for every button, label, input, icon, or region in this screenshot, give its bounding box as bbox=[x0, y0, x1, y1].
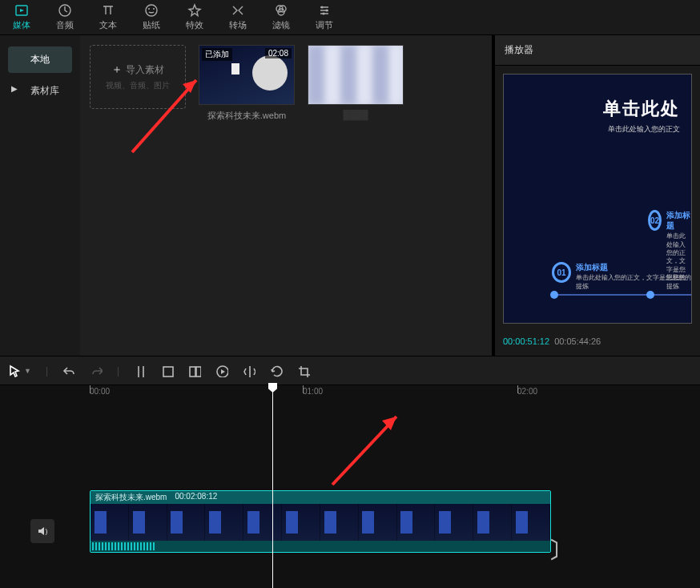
speaker-icon bbox=[37, 526, 48, 537]
pointer-tool-icon[interactable] bbox=[8, 364, 21, 377]
top-tab-bar: 媒体 音频 文本 贴纸 特效 转场 滤镜 调节 bbox=[0, 0, 700, 35]
player-panel: 播放器 单击此处 单击此处输入您的正文 01 添加标题单击此处输入您的正文，文字… bbox=[492, 35, 700, 356]
tab-filter-label: 滤镜 bbox=[272, 19, 290, 31]
filter-icon bbox=[274, 3, 288, 18]
chevron-right-icon: ▶ bbox=[11, 84, 18, 93]
player-time: 00:00:51:12 00:05:44:26 bbox=[495, 332, 700, 356]
ruler-mark-1: 01:00 bbox=[303, 387, 323, 396]
ruler-mark-0: 00:00 bbox=[90, 387, 110, 396]
astronaut-graphic bbox=[231, 63, 239, 75]
adjust-icon bbox=[317, 3, 332, 18]
svg-point-9 bbox=[326, 10, 328, 12]
tab-filter[interactable]: 滤镜 bbox=[259, 0, 303, 34]
sidebar-library[interactable]: ▶ 素材库 bbox=[8, 78, 72, 104]
tab-sticker[interactable]: 贴纸 bbox=[130, 0, 173, 34]
undo-icon[interactable] bbox=[62, 364, 75, 377]
transition-icon bbox=[231, 3, 245, 18]
badge-duration: 02:08 bbox=[265, 48, 292, 58]
preview-step-2-num: 02 bbox=[648, 210, 662, 231]
preview-step-2-body: 单击此处输入您的正文，文字是您思想的提炼 bbox=[666, 232, 686, 289]
svg-point-2 bbox=[146, 5, 157, 16]
tab-adjust-label: 调节 bbox=[316, 19, 333, 31]
preview-timeline-line bbox=[552, 294, 691, 296]
svg-rect-13 bbox=[196, 367, 201, 377]
crop-icon[interactable] bbox=[297, 364, 310, 377]
text-icon bbox=[101, 3, 115, 18]
preview-dot-2 bbox=[646, 291, 654, 299]
tab-effect[interactable]: 特效 bbox=[173, 0, 216, 34]
timeline-clip-dur: 00:02:08:12 bbox=[175, 492, 217, 503]
timeline-end-marker: 〕 bbox=[549, 535, 571, 566]
media-grid: ＋ 导入素材 视频、音频、图片 已添加 02:08 探索科技未来.webm ██… bbox=[80, 35, 492, 356]
moon-graphic bbox=[252, 55, 288, 91]
effect-icon bbox=[187, 3, 202, 18]
audio-icon bbox=[58, 3, 72, 18]
tab-adjust[interactable]: 调节 bbox=[303, 0, 346, 34]
tab-media-label: 媒体 bbox=[13, 19, 30, 31]
sidebar-local-label: 本地 bbox=[30, 54, 50, 65]
media-icon bbox=[14, 3, 29, 18]
timeline-clip[interactable]: 探索科技未来.webm 00:02:08:12 bbox=[90, 490, 551, 553]
timeline-toolbar: ▼ | | bbox=[0, 356, 700, 385]
tab-text[interactable]: 文本 bbox=[86, 0, 130, 34]
media-sidebar: 本地 ▶ 素材库 bbox=[0, 35, 80, 356]
import-button[interactable]: ＋ 导入素材 视频、音频、图片 bbox=[90, 45, 186, 109]
speed-icon[interactable] bbox=[215, 364, 228, 377]
preview-step-1-num: 01 bbox=[552, 262, 571, 283]
track-mute-button[interactable] bbox=[30, 519, 54, 543]
delete-icon[interactable] bbox=[161, 364, 174, 377]
tab-audio[interactable]: 音频 bbox=[43, 0, 86, 34]
rotate-icon[interactable] bbox=[270, 364, 283, 377]
mirror-icon[interactable] bbox=[243, 364, 255, 377]
tab-sticker-label: 贴纸 bbox=[143, 19, 160, 31]
media-thumb-2[interactable] bbox=[308, 45, 404, 105]
import-label: 导入素材 bbox=[126, 64, 164, 75]
tab-media[interactable]: 媒体 bbox=[0, 0, 43, 34]
playhead[interactable] bbox=[272, 385, 273, 588]
media-item-2[interactable]: ████ bbox=[308, 45, 404, 119]
redo-icon[interactable] bbox=[90, 364, 103, 377]
sticker-icon bbox=[144, 3, 159, 18]
svg-point-10 bbox=[323, 13, 325, 15]
media-item-1[interactable]: 已添加 02:08 探索科技未来.webm bbox=[199, 45, 295, 122]
import-sub: 视频、音频、图片 bbox=[106, 80, 170, 91]
timeline-clip-name: 探索科技未来.webm bbox=[95, 492, 167, 503]
tab-audio-label: 音频 bbox=[56, 19, 74, 31]
time-total: 00:05:44:26 bbox=[554, 336, 601, 346]
time-current: 00:00:51:12 bbox=[503, 336, 549, 346]
pointer-dropdown-icon[interactable]: ▼ bbox=[24, 367, 31, 375]
split-icon[interactable] bbox=[134, 364, 147, 377]
preview-canvas[interactable]: 单击此处 单击此处输入您的正文 01 添加标题单击此处输入您的正文，文字是您思想… bbox=[503, 74, 692, 324]
preview-dot-1 bbox=[550, 291, 558, 299]
preview-sub: 单击此处输入您的正文 bbox=[608, 124, 680, 135]
svg-rect-11 bbox=[163, 367, 173, 377]
svg-point-8 bbox=[321, 6, 324, 9]
timeline-clip-waveform bbox=[91, 541, 550, 552]
ruler-mark-2: 02:00 bbox=[517, 387, 537, 396]
tab-transition-label: 转场 bbox=[229, 19, 247, 31]
tab-text-label: 文本 bbox=[99, 19, 117, 31]
timeline-body[interactable]: 探索科技未来.webm 00:02:08:12 〕 bbox=[0, 401, 700, 588]
player-title: 播放器 bbox=[495, 35, 700, 66]
svg-point-4 bbox=[153, 8, 155, 10]
timeline-clip-frames bbox=[91, 504, 550, 541]
media-thumb-1[interactable]: 已添加 02:08 bbox=[199, 45, 295, 105]
plus-icon: ＋ bbox=[111, 62, 123, 75]
svg-rect-12 bbox=[190, 367, 195, 377]
preview-heading: 单击此处 bbox=[603, 97, 680, 121]
sidebar-local[interactable]: 本地 bbox=[8, 46, 72, 73]
crop-left-icon[interactable] bbox=[188, 364, 201, 377]
svg-point-3 bbox=[148, 8, 150, 10]
tab-transition[interactable]: 转场 bbox=[216, 0, 259, 34]
sidebar-library-label: 素材库 bbox=[30, 85, 59, 96]
preview-step-2-title: 添加标题 bbox=[666, 210, 691, 231]
media-item-1-name: 探索科技未来.webm bbox=[207, 110, 286, 122]
badge-added: 已添加 bbox=[202, 48, 232, 61]
preview-step-2: 02 添加标题单击此处输入您的正文，文字是您思想的提炼 bbox=[648, 210, 691, 291]
timeline-ruler[interactable]: 00:00 01:00 02:00 bbox=[0, 385, 700, 401]
tab-effect-label: 特效 bbox=[186, 19, 203, 31]
media-item-2-name: ████ bbox=[343, 110, 368, 119]
